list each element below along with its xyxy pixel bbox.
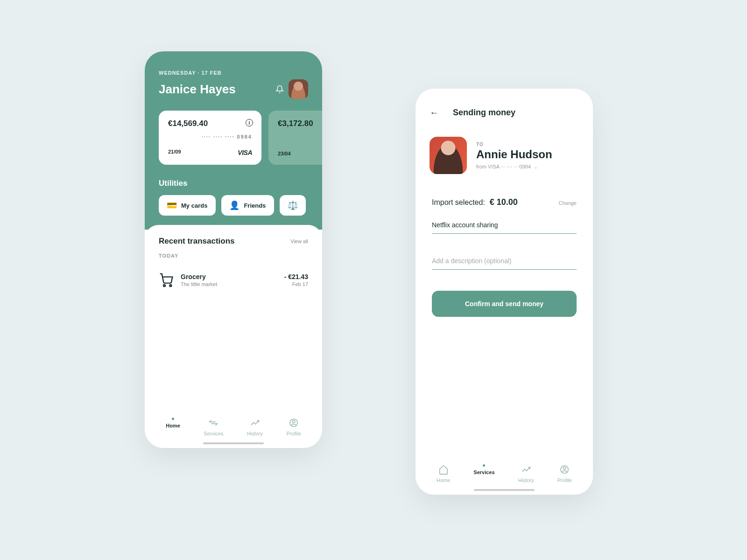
avatar[interactable]: [289, 79, 308, 99]
user-name: Janice Hayes: [159, 82, 236, 97]
from-card-text: from VISA ··· ···· ··· 0984: [476, 164, 531, 169]
cards-icon: 💳: [167, 201, 176, 210]
chart-icon: [250, 418, 260, 428]
recent-title: Recent transactions: [159, 237, 235, 246]
utility-my-cards[interactable]: 💳 My cards: [159, 195, 216, 216]
card-expiry: 23/04: [278, 151, 291, 156]
nav-services[interactable]: Services: [473, 464, 494, 483]
profile-icon: [289, 418, 299, 428]
transaction-title: Grocery: [181, 273, 277, 280]
info-icon[interactable]: i: [246, 119, 253, 126]
recipient-avatar[interactable]: [430, 137, 467, 174]
chart-icon: [521, 464, 531, 475]
profile-icon: [559, 464, 570, 475]
home-indicator: [203, 442, 264, 444]
nav-label: Profile: [287, 431, 301, 436]
scales-icon: ⚖️: [288, 201, 297, 210]
active-dot-icon: [483, 464, 485, 467]
nav-profile[interactable]: Profile: [287, 418, 301, 436]
active-dot-icon: [172, 418, 174, 420]
svg-point-0: [163, 285, 165, 287]
from-card-selector[interactable]: from VISA ··· ···· ··· 0984 ⌄: [476, 164, 552, 169]
today-label: TODAY: [159, 253, 308, 259]
card-expiry: 21/09: [168, 149, 181, 156]
page-title: Sending money: [453, 108, 515, 118]
transaction-subtitle: The little market: [181, 281, 277, 287]
card-balance: €3,172.80: [278, 119, 322, 128]
chevron-down-icon: ⌄: [534, 165, 538, 169]
transaction-amount: - €21.43: [284, 273, 308, 280]
nav-label: Services: [204, 431, 223, 436]
home-icon: [438, 464, 449, 475]
header: WEDNESDAY · 17 FEB Janice Hayes €14,569.…: [145, 51, 322, 230]
home-indicator: [474, 489, 535, 491]
svg-point-1: [169, 285, 171, 287]
change-amount-link[interactable]: Change: [558, 200, 577, 206]
nav-home[interactable]: Home: [437, 464, 450, 483]
amount-value: € 10.00: [490, 197, 518, 207]
back-button[interactable]: ←: [430, 107, 439, 118]
utility-label: My cards: [181, 202, 207, 209]
confirm-send-button[interactable]: Confirm and send money: [432, 291, 577, 317]
utilities-row: 💳 My cards 👤 Friends ⚖️: [159, 195, 308, 216]
utilities-title: Utilities: [159, 179, 308, 188]
amount-label: Import selected:: [432, 198, 485, 207]
nav-label: Services: [473, 469, 494, 475]
nav-home[interactable]: Home: [166, 418, 180, 436]
send-money-screen: ← Sending money TO Annie Hudson from VIS…: [416, 89, 593, 495]
nav-history[interactable]: History: [518, 464, 534, 483]
nav-label: Profile: [557, 477, 572, 483]
transfer-icon: [208, 418, 218, 428]
amount-row: Import selected: € 10.00 Change: [416, 183, 593, 212]
bell-icon[interactable]: [275, 85, 284, 93]
card-number: ···· ···· ···· 0984: [168, 134, 252, 140]
cards-carousel[interactable]: €14,569.40 i ···· ···· ···· 0984 21/09 V…: [159, 111, 308, 165]
card-brand: VISA: [238, 149, 252, 156]
transaction-date: Feb 17: [284, 281, 308, 287]
nav-profile[interactable]: Profile: [557, 464, 572, 483]
nav-history[interactable]: History: [247, 418, 263, 436]
card-primary[interactable]: €14,569.40 i ···· ···· ···· 0984 21/09 V…: [159, 111, 261, 165]
to-label: TO: [476, 142, 552, 147]
nav-label: History: [247, 431, 263, 436]
recipient-name: Annie Hudson: [476, 148, 552, 161]
description-input[interactable]: [432, 252, 577, 270]
note-input[interactable]: [432, 217, 577, 234]
friends-icon: 👤: [230, 201, 239, 210]
svg-point-3: [292, 420, 295, 423]
view-all-link[interactable]: View all: [290, 238, 308, 244]
nav-label: Home: [437, 477, 450, 483]
home-screen: WEDNESDAY · 17 FEB Janice Hayes €14,569.…: [145, 51, 322, 448]
nav-label: Home: [166, 423, 180, 428]
cart-icon: [159, 273, 174, 287]
recipient-block: TO Annie Hudson from VISA ··· ···· ··· 0…: [416, 127, 593, 183]
date-label: WEDNESDAY · 17 FEB: [159, 70, 308, 76]
card-secondary[interactable]: €3,172.80 23/04: [268, 111, 322, 165]
utility-more[interactable]: ⚖️: [280, 195, 306, 216]
card-balance: €14,569.40: [168, 119, 252, 128]
nav-services[interactable]: Services: [204, 418, 223, 436]
recent-transactions: Recent transactions View all TODAY Groce…: [145, 225, 322, 297]
svg-point-5: [564, 467, 566, 470]
utility-friends[interactable]: 👤 Friends: [221, 195, 274, 216]
utility-label: Friends: [244, 202, 266, 209]
nav-line-label: History: [518, 477, 534, 483]
transaction-row[interactable]: Grocery The little market - €21.43 Feb 1…: [159, 268, 308, 292]
